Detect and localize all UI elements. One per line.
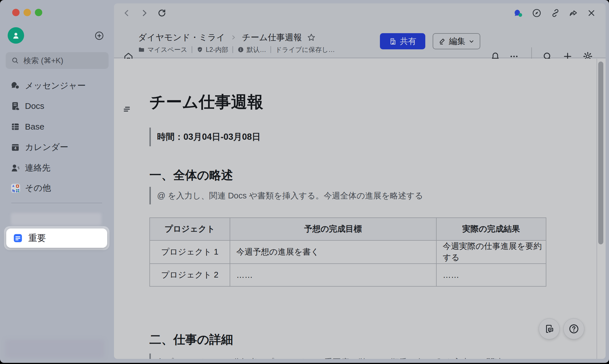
doc-title[interactable]: チーム仕事週報	[149, 91, 263, 113]
table-header-cell[interactable]: 実際の完成結果	[436, 218, 546, 240]
search-placeholder: 検索 (⌘+K)	[24, 56, 63, 66]
back-button[interactable]	[122, 8, 132, 18]
search-input[interactable]: 検索 (⌘+K)	[6, 52, 109, 69]
edit-button[interactable]: 編集	[433, 33, 480, 49]
table-cell[interactable]: プロジェクト 2	[150, 264, 230, 286]
scrollbar-thumb[interactable]	[598, 62, 603, 244]
browser-toolbar	[114, 3, 606, 19]
document-canvas[interactable]: チーム仕事週報 時間：03月04日-03月08日 一、全体の略述 @ を入力し、…	[114, 59, 606, 359]
sidebar-item-label: カレンダー	[25, 141, 68, 153]
chevron-right-icon	[230, 34, 237, 41]
sidebar-item-label: Base	[25, 122, 44, 132]
chevron-down-icon	[468, 38, 475, 45]
section2-quote-partial[interactable]: 各プロジェクトには分担者、プロジェクトの重要度に従って、順番、次に @ を入力し…	[149, 354, 520, 359]
breadcrumb-current: チーム仕事週報	[242, 32, 302, 43]
app-window: 検索 (⌘+K) メッセンジャー Docs Base	[0, 0, 609, 363]
building-icon	[389, 37, 397, 45]
messenger-icon	[10, 81, 20, 91]
sidebar-item-contacts[interactable]: 連絡先	[0, 160, 114, 176]
sidebar-item-more-apps[interactable]: その他	[0, 180, 114, 196]
table-cell[interactable]: ……	[230, 264, 436, 286]
messenger-badge-icon[interactable]	[513, 8, 523, 18]
base-icon	[10, 122, 20, 132]
table-header-row: プロジェクト 予想の完成目標 実際の完成結果	[150, 218, 546, 240]
zoom-window-button[interactable]	[35, 9, 42, 16]
info-icon	[237, 46, 244, 53]
sidebar-item-important[interactable]: 重要	[6, 228, 107, 248]
breadcrumb: ダイヤモンド・ミライ チーム仕事週報	[138, 32, 316, 43]
apps-icon	[10, 183, 20, 193]
table-header-cell[interactable]: 予想の完成目標	[230, 218, 436, 240]
space-meta[interactable]: マイスペース	[138, 45, 187, 54]
forward-button[interactable]	[139, 8, 149, 18]
reload-button[interactable]	[157, 8, 167, 18]
meta-separator	[192, 46, 192, 53]
minimize-window-button[interactable]	[24, 9, 31, 16]
time-quote[interactable]: 時間：03月04日-03月08日	[149, 128, 261, 146]
comments-button[interactable]	[539, 318, 560, 339]
redacted-sidebar-item	[11, 213, 102, 225]
close-tab-icon[interactable]	[587, 8, 596, 18]
question-mark-icon	[568, 323, 580, 335]
table-cell[interactable]: ……	[436, 264, 546, 286]
meta-separator	[232, 46, 233, 53]
permission-label: 默认…	[247, 45, 266, 54]
progress-table[interactable]: プロジェクト 予想の完成目標 実際の完成結果 プロジェクト 1 今週予想の進展を…	[149, 217, 546, 287]
svg-text:4: 4	[14, 146, 16, 150]
sidebar-divider	[11, 203, 102, 203]
calendar-icon: 4	[10, 142, 20, 152]
search-icon	[11, 57, 19, 64]
person-icon	[11, 31, 21, 40]
main-panel: ダイヤモンド・ミライ チーム仕事週報 マイスペース L2-内部	[114, 3, 606, 359]
copy-link-icon[interactable]	[551, 8, 560, 18]
scrollbar-track	[597, 59, 597, 359]
section1-quote[interactable]: @ を入力し、関連 Docs や書類を挿入する。今週全体の進展を略述する	[149, 187, 423, 204]
table-row: プロジェクト 2 …… ……	[150, 264, 546, 286]
share-button[interactable]: 共有	[380, 33, 425, 49]
space-label: マイスペース	[147, 45, 187, 54]
shield-check-icon	[196, 46, 203, 53]
security-meta[interactable]: L2-内部	[196, 45, 228, 54]
sidebar-item-label: その他	[25, 182, 51, 194]
table-row: プロジェクト 1 今週予想の進展を書く 今週実際の仕事進展を要約する	[150, 240, 546, 264]
redacted-sidebar-footer	[5, 340, 104, 358]
security-label: L2-内部	[206, 45, 228, 54]
add-button[interactable]	[94, 31, 104, 41]
share-button-label: 共有	[400, 36, 416, 47]
breadcrumb-parent[interactable]: ダイヤモンド・ミライ	[138, 32, 225, 43]
table-cell[interactable]: プロジェクト 1	[150, 240, 230, 264]
edit-button-label: 編集	[449, 36, 466, 47]
sidebar-item-label: 連絡先	[25, 162, 50, 174]
share-arrow-icon[interactable]	[568, 8, 578, 18]
sidebar-item-calendar[interactable]: 4 カレンダー	[0, 139, 114, 155]
table-cell[interactable]: 今週予想の進展を書く	[230, 240, 436, 264]
meta-separator	[270, 46, 271, 53]
doc-header: ダイヤモンド・ミライ チーム仕事週報 マイスペース L2-内部	[114, 19, 606, 58]
blue-doc-icon	[12, 233, 23, 244]
contacts-icon	[10, 163, 20, 173]
doc-meta: マイスペース L2-内部 默认… ドライブに保存し…	[138, 45, 335, 54]
sidebar-item-base[interactable]: Base	[0, 118, 114, 135]
permission-meta[interactable]: 默认…	[237, 45, 266, 54]
table-header-cell[interactable]: プロジェクト	[150, 218, 230, 240]
screen: 検索 (⌘+K) メッセンジャー Docs Base	[0, 0, 609, 364]
docs-icon	[10, 101, 20, 111]
sidebar-item-docs[interactable]: Docs	[0, 98, 114, 114]
sidebar-item-label: Docs	[25, 101, 44, 111]
close-window-button[interactable]	[12, 9, 20, 16]
help-button[interactable]	[563, 318, 584, 339]
pencil-icon	[439, 37, 446, 45]
table-cell[interactable]: 今週実際の仕事進展を要約する	[436, 240, 546, 264]
section2-heading[interactable]: 二、仕事の詳細	[149, 332, 233, 348]
user-avatar[interactable]	[8, 27, 24, 44]
compass-icon[interactable]	[532, 8, 542, 18]
outline-icon[interactable]	[122, 104, 132, 114]
section1-heading[interactable]: 一、全体の略述	[149, 167, 233, 183]
save-status-label: ドライブに保存し…	[275, 45, 335, 54]
sidebar-item-messenger[interactable]: メッセンジャー	[0, 77, 114, 94]
sidebar: 検索 (⌘+K) メッセンジャー Docs Base	[0, 0, 114, 363]
folder-icon	[138, 46, 145, 53]
sidebar-item-label: メッセンジャー	[25, 80, 86, 92]
doc-comment-icon	[544, 323, 555, 334]
star-icon[interactable]	[307, 33, 316, 42]
